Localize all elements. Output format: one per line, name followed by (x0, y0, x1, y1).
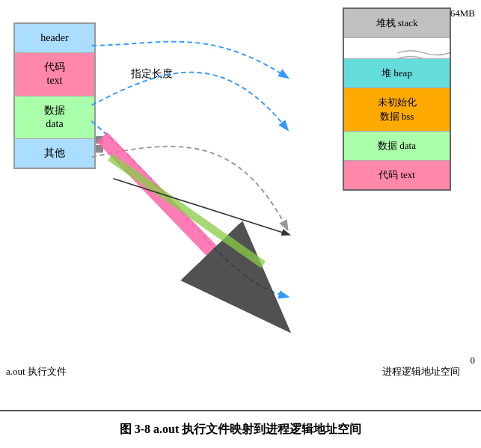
mem-text: 代码 text (344, 161, 450, 189)
label-process: 进程逻辑地址空间 (382, 365, 460, 378)
file-structure: header 代码text 数据data 其他 (13, 22, 96, 169)
label-aout: a.out 执行文件 (6, 365, 67, 378)
caption-text: 图 3-8 a.out 执行文件映射到进程逻辑地址空间 (120, 423, 362, 435)
label-64mb: 64MB (450, 7, 475, 19)
caption: 图 3-8 a.out 执行文件映射到进程逻辑地址空间 (0, 410, 481, 448)
small-squares (96, 136, 103, 153)
diagram-area: header 代码text 数据data 其他 堆栈 stack (0, 0, 481, 410)
sq2 (96, 145, 103, 153)
file-block-code: 代码text (15, 53, 94, 96)
mem-dataseg: 数据 data (344, 132, 450, 161)
mem-bss: 未初始化数据 bss (344, 88, 450, 131)
main-container: header 代码text 数据data 其他 堆栈 stack (0, 0, 481, 448)
file-block-other: 其他 (15, 139, 94, 168)
mem-wavy (344, 38, 450, 59)
mem-stack: 堆栈 stack (344, 9, 450, 38)
sq1 (96, 136, 103, 144)
label-0: 0 (471, 355, 476, 366)
file-block-header: header (15, 24, 94, 53)
label-zhiding: 指定长度 (131, 67, 173, 81)
mem-heap: 堆 heap (344, 59, 450, 88)
process-memory: 堆栈 stack 堆 heap 未初始化数据 bss 数据 data 代码 te… (343, 7, 451, 191)
file-block-data: 数据data (15, 96, 94, 139)
